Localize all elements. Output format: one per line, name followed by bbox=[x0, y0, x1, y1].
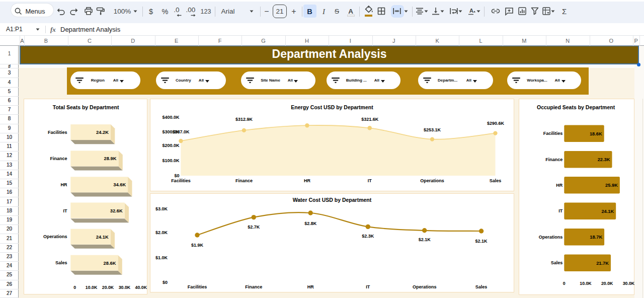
svg-text:22.3K: 22.3K bbox=[598, 157, 610, 162]
svg-text:30.0K: 30.0K bbox=[119, 285, 131, 290]
svg-text:$2.8K: $2.8K bbox=[304, 221, 317, 226]
svg-text:$253.1K: $253.1K bbox=[424, 127, 441, 132]
svg-text:$312.9K: $312.9K bbox=[235, 117, 253, 122]
svg-text:20.0K: 20.0K bbox=[102, 285, 114, 290]
svg-text:Facilities: Facilities bbox=[171, 178, 191, 183]
svg-text:$200.0K: $200.0K bbox=[162, 143, 180, 148]
svg-text:18.7K: 18.7K bbox=[590, 235, 602, 240]
svg-text:$290.6K: $290.6K bbox=[487, 121, 505, 126]
svg-text:Finance: Finance bbox=[545, 157, 562, 162]
svg-text:Facilities: Facilities bbox=[48, 130, 67, 135]
svg-text:$337.0K: $337.0K bbox=[172, 129, 190, 134]
svg-text:HR: HR bbox=[61, 182, 67, 187]
svg-text:Operations: Operations bbox=[413, 284, 437, 289]
svg-text:28.9K: 28.9K bbox=[104, 156, 117, 161]
svg-text:$2.1K: $2.1K bbox=[419, 237, 431, 242]
svg-text:$0: $0 bbox=[163, 280, 168, 285]
svg-text:10.0K: 10.0K bbox=[86, 285, 98, 290]
svg-text:24.2K: 24.2K bbox=[96, 130, 109, 135]
svg-text:IT: IT bbox=[558, 208, 563, 213]
svg-text:$400.0K: $400.0K bbox=[162, 115, 180, 120]
svg-text:20.0K: 20.0K bbox=[601, 281, 613, 286]
svg-text:$2.3K: $2.3K bbox=[362, 234, 374, 239]
svg-text:HR: HR bbox=[304, 178, 310, 183]
svg-text:28.6K: 28.6K bbox=[104, 261, 116, 266]
svg-text:Total Seats by Department: Total Seats by Department bbox=[53, 104, 119, 110]
svg-text:Sales: Sales bbox=[475, 284, 488, 289]
svg-text:30.0K: 30.0K bbox=[623, 281, 635, 286]
svg-text:Energy Cost USD by Department: Energy Cost USD by Department bbox=[291, 104, 373, 110]
svg-text:Occupied Seats by Department: Occupied Seats by Department bbox=[537, 104, 615, 110]
svg-text:IT: IT bbox=[63, 208, 68, 213]
svg-text:Facilities: Facilities bbox=[188, 284, 207, 289]
svg-text:0: 0 bbox=[73, 285, 76, 290]
svg-text:$1.0K: $1.0K bbox=[155, 255, 168, 260]
svg-text:IT: IT bbox=[368, 178, 372, 183]
svg-text:Finance: Finance bbox=[235, 178, 253, 183]
svg-text:24.1K: 24.1K bbox=[96, 235, 109, 240]
svg-text:Sales: Sales bbox=[551, 260, 563, 265]
svg-text:34.6K: 34.6K bbox=[113, 182, 126, 187]
svg-text:HR: HR bbox=[307, 284, 314, 289]
svg-text:32.6K: 32.6K bbox=[110, 208, 123, 213]
svg-text:$2.0K: $2.0K bbox=[155, 230, 168, 235]
svg-text:10.0K: 10.0K bbox=[580, 281, 592, 286]
svg-text:Operations: Operations bbox=[420, 178, 444, 183]
svg-text:Finance: Finance bbox=[245, 284, 262, 289]
svg-text:$3.0K: $3.0K bbox=[155, 206, 168, 211]
svg-text:Facilities: Facilities bbox=[543, 131, 563, 136]
svg-text:Operations: Operations bbox=[43, 234, 67, 239]
svg-text:25.9K: 25.9K bbox=[605, 183, 618, 188]
svg-text:HR: HR bbox=[556, 183, 562, 188]
svg-text:18.6K: 18.6K bbox=[590, 131, 602, 136]
svg-text:Operations: Operations bbox=[539, 235, 563, 240]
svg-text:IT: IT bbox=[366, 284, 370, 289]
svg-text:$2.1K: $2.1K bbox=[475, 239, 488, 244]
svg-text:$100.0K: $100.0K bbox=[162, 158, 180, 163]
svg-text:$0: $0 bbox=[174, 173, 179, 178]
svg-text:$321.6K: $321.6K bbox=[361, 117, 379, 122]
svg-text:0: 0 bbox=[563, 281, 566, 286]
svg-text:Finance: Finance bbox=[50, 156, 67, 161]
svg-text:Sales: Sales bbox=[490, 178, 502, 183]
svg-text:40.0K: 40.0K bbox=[135, 285, 147, 290]
svg-text:$2.7K: $2.7K bbox=[248, 225, 260, 230]
svg-text:Water Cost USD by Department: Water Cost USD by Department bbox=[293, 197, 372, 203]
svg-text:24.1K: 24.1K bbox=[601, 209, 614, 214]
svg-text:$1.9K: $1.9K bbox=[191, 243, 204, 248]
svg-text:21.7K: 21.7K bbox=[596, 261, 609, 266]
svg-text:Sales: Sales bbox=[55, 260, 67, 265]
